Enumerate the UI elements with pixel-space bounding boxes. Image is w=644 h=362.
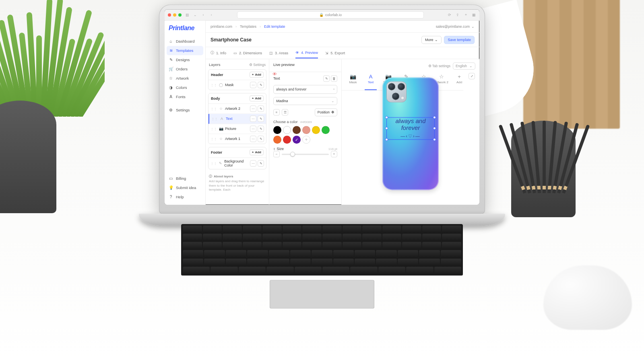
color-swatch[interactable] xyxy=(293,136,301,144)
tabs-icon[interactable]: ▦ xyxy=(471,13,476,17)
user-menu[interactable]: sales@printlane.com ⌄ xyxy=(436,25,475,29)
chevron-down-icon[interactable]: ⌄ xyxy=(193,13,198,17)
sidebar-item-templates[interactable]: ≋Templates xyxy=(167,46,203,55)
resize-handle[interactable] xyxy=(385,138,388,141)
slider-track[interactable] xyxy=(282,154,329,155)
resize-handle[interactable] xyxy=(433,127,436,130)
layer-item[interactable]: ⋮⋮✎Background Color⋯✎ xyxy=(208,158,266,169)
phone-mockup[interactable]: always and forever ―‹♡›― xyxy=(382,77,439,190)
sidebar-item-settings[interactable]: ⚙Settings xyxy=(165,105,205,115)
breadcrumb[interactable]: printlane.com xyxy=(211,25,232,29)
layer-item[interactable]: ⋮⋮☆Artwork 1⋯✎ xyxy=(208,134,266,144)
close-window-icon[interactable] xyxy=(168,13,171,16)
resize-handle[interactable] xyxy=(385,116,388,119)
traffic-lights[interactable] xyxy=(168,13,182,16)
editor-tab-text[interactable]: AText xyxy=(362,73,380,90)
color-swatch[interactable] xyxy=(283,126,291,134)
step-areas[interactable]: ◫3. Areas xyxy=(269,48,288,58)
more-icon[interactable]: ⋯ xyxy=(250,82,256,88)
visibility-off-icon[interactable]: 👁 xyxy=(272,72,278,77)
add-layer-button[interactable]: +Add xyxy=(250,149,264,155)
edit-icon[interactable]: ✎ xyxy=(323,75,330,82)
sidebar-item-billing[interactable]: ▭Billing xyxy=(165,174,205,183)
align-center-icon[interactable]: ☰ xyxy=(282,109,288,115)
sidebar-item-artwork[interactable]: ☆Artwork xyxy=(165,74,205,83)
resize-handle[interactable] xyxy=(433,138,436,141)
refresh-icon[interactable]: ⟳ xyxy=(447,13,452,17)
layer-item[interactable]: ⋮⋮☆Artwork 2⋯✎ xyxy=(208,104,266,114)
edit-icon[interactable]: ✎ xyxy=(258,136,264,142)
selection-box[interactable] xyxy=(386,117,435,140)
layer-item[interactable]: ⋮⋮◯Mask⋯✎ xyxy=(208,80,266,90)
more-icon[interactable]: ⋯ xyxy=(250,136,256,142)
more-icon[interactable]: ⋯ xyxy=(250,115,256,122)
address-bar[interactable]: 🔒 colorlab.io xyxy=(237,11,424,19)
edit-icon[interactable]: ✎ xyxy=(258,125,264,132)
more-icon[interactable]: ⋯ xyxy=(250,160,256,167)
slider-thumb[interactable] xyxy=(290,152,295,156)
layer-item[interactable]: ⋮⋮📷Picture⋯✎ xyxy=(208,124,266,134)
resize-handle[interactable] xyxy=(433,116,436,119)
edit-icon[interactable]: ✎ xyxy=(258,160,264,167)
color-swatch[interactable] xyxy=(293,126,301,134)
minimize-window-icon[interactable] xyxy=(173,13,176,16)
edit-icon[interactable]: ✎ xyxy=(258,82,264,88)
more-icon[interactable]: ⋯ xyxy=(250,105,256,112)
more-button[interactable]: More ⌄ xyxy=(421,36,442,44)
color-swatch[interactable] xyxy=(283,136,291,144)
add-layer-button[interactable]: +Add xyxy=(250,72,264,78)
clear-icon[interactable]: × xyxy=(333,87,335,91)
step-info[interactable]: ⓘ1. Info xyxy=(211,47,226,58)
sidebar-item-fonts[interactable]: AFonts xyxy=(165,92,205,101)
edit-icon[interactable]: ✎ xyxy=(258,115,264,122)
step-preview[interactable]: 👁4. Preview xyxy=(295,48,318,58)
sidebar-toggle-icon[interactable]: ▥ xyxy=(185,13,190,17)
language-select[interactable]: English ⌄ xyxy=(453,62,475,70)
forward-icon[interactable]: › xyxy=(209,13,214,17)
sidebar-item-help[interactable]: ?Help xyxy=(165,192,205,202)
expand-icon[interactable]: ⤢ xyxy=(469,73,475,79)
drag-handle-icon[interactable]: ⋮⋮ xyxy=(211,117,218,121)
drag-handle-icon[interactable]: ⋮⋮ xyxy=(211,107,217,111)
add-color-button[interactable]: + xyxy=(302,136,310,144)
resize-handle[interactable] xyxy=(385,127,388,130)
sidebar-item-orders[interactable]: 🛒Orders xyxy=(165,64,205,74)
sidebar-item-colors[interactable]: ◑Colors xyxy=(165,83,205,92)
color-swatch[interactable] xyxy=(273,136,281,144)
delete-icon[interactable]: 🗑 xyxy=(331,75,337,82)
layers-settings-button[interactable]: ⚙ Settings xyxy=(249,63,266,67)
drag-handle-icon[interactable]: ⋮⋮ xyxy=(211,162,217,165)
editor-tab-mask[interactable]: 📷Mask xyxy=(344,73,362,90)
save-template-button[interactable]: Save template xyxy=(444,36,475,44)
more-icon[interactable]: ⋯ xyxy=(250,125,256,132)
breadcrumb[interactable]: Templates xyxy=(240,25,256,29)
step-export[interactable]: ⇲5. Export xyxy=(325,48,345,58)
color-swatch[interactable] xyxy=(273,126,281,134)
decrement-icon[interactable]: − xyxy=(273,151,280,157)
font-select[interactable]: Madina ⌄ xyxy=(273,97,337,105)
increment-icon[interactable]: + xyxy=(331,151,337,157)
position-button[interactable]: Position ✥ xyxy=(315,108,337,116)
sidebar-item-dashboard[interactable]: ⌂Dashboard xyxy=(165,37,205,46)
align-left-icon[interactable]: ≡ xyxy=(273,109,280,115)
sidebar-item-submit-idea[interactable]: 💡Submit idea xyxy=(165,183,205,192)
drag-handle-icon[interactable]: ⋮⋮ xyxy=(211,83,217,87)
share-icon[interactable]: ⇪ xyxy=(455,13,460,17)
editor-tab-add[interactable]: +Add xyxy=(450,73,463,90)
text-input[interactable]: always and forever × xyxy=(273,85,337,94)
add-layer-button[interactable]: +Add xyxy=(250,95,264,101)
drag-handle-icon[interactable]: ⋮⋮ xyxy=(211,127,217,131)
edit-icon[interactable]: ✎ xyxy=(258,105,264,112)
layer-item[interactable]: ⋮⋮AText⋯✎ xyxy=(208,114,266,124)
sidebar-item-designs[interactable]: ✎Designs xyxy=(165,55,205,64)
brand-logo[interactable]: Printlane xyxy=(165,21,205,37)
back-icon[interactable]: ‹ xyxy=(201,13,206,17)
color-swatch[interactable] xyxy=(322,126,330,134)
color-swatch[interactable] xyxy=(312,126,320,134)
tab-settings-button[interactable]: ⚙ Tab settings xyxy=(428,64,451,68)
size-slider[interactable]: − + xyxy=(273,151,337,157)
new-tab-icon[interactable]: ＋ xyxy=(463,12,468,17)
drag-handle-icon[interactable]: ⋮⋮ xyxy=(211,137,217,141)
step-dimensions[interactable]: ▭2. Dimensions xyxy=(233,48,262,58)
color-swatch[interactable] xyxy=(302,126,310,134)
